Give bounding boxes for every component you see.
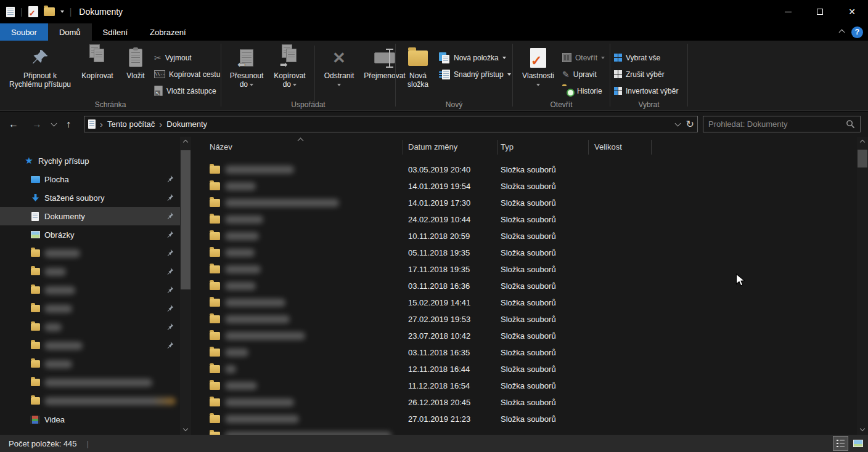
paste-button[interactable]: Vložit bbox=[121, 44, 150, 80]
help-icon[interactable]: ? bbox=[851, 26, 863, 38]
folder-icon bbox=[210, 166, 220, 174]
file-row[interactable]: 11.12.2018 16:54Složka souborů bbox=[191, 377, 857, 394]
close-button[interactable]: ✕ bbox=[836, 0, 868, 23]
sidebar-scrollbar-thumb[interactable] bbox=[181, 150, 190, 289]
breadcrumb-current[interactable]: Dokumenty bbox=[166, 119, 207, 129]
properties-quick-icon[interactable] bbox=[28, 6, 38, 17]
pushpin-icon bbox=[31, 44, 49, 71]
sidebar-item-pictures[interactable]: Obrázky bbox=[0, 225, 191, 244]
sidebar-item-quick-access[interactable]: ★ Rychlý přístup bbox=[0, 151, 191, 170]
sidebar-item-desktop[interactable]: Plocha bbox=[0, 170, 191, 188]
scroll-down-icon[interactable] bbox=[857, 424, 868, 435]
folder-icon bbox=[210, 398, 220, 406]
back-button[interactable]: ← bbox=[9, 119, 18, 130]
copy-to-button[interactable]: ⬅ Kopírovatdo bbox=[269, 44, 310, 89]
move-to-button[interactable]: ⬅ Přesunoutdo bbox=[226, 44, 267, 89]
search-box[interactable] bbox=[703, 116, 861, 132]
file-date-modified: 15.02.2019 14:41 bbox=[408, 298, 470, 307]
edit-button[interactable]: ✎Upravit bbox=[562, 66, 605, 83]
file-row[interactable]: 14.01.2019 19:54Složka souborů bbox=[191, 178, 857, 195]
folder-icon bbox=[210, 382, 220, 390]
cut-button[interactable]: ✂Vyjmout bbox=[154, 49, 220, 66]
file-row[interactable]: 14.01.2019 17:30Složka souborů bbox=[191, 195, 857, 211]
file-list-scrollbar-thumb[interactable] bbox=[858, 150, 867, 167]
folder-icon bbox=[210, 349, 220, 357]
sidebar-item-documents[interactable]: Dokumenty bbox=[0, 207, 191, 225]
collapse-ribbon-icon[interactable] bbox=[839, 29, 845, 35]
sidebar-item-redacted-folder[interactable] bbox=[0, 355, 191, 373]
sidebar-item-redacted-folder[interactable] bbox=[0, 318, 191, 336]
tab-view[interactable]: Zobrazení bbox=[139, 23, 197, 41]
recent-locations-chevron-icon[interactable] bbox=[51, 120, 57, 126]
sidebar-scrollbar[interactable] bbox=[180, 137, 191, 435]
paste-shortcut-button[interactable]: Vložit zástupce bbox=[154, 83, 220, 99]
file-row[interactable]: 12.11.2018 16:44Složka souborů bbox=[191, 361, 857, 377]
file-row[interactable]: 24.02.2019 10:44Složka souborů bbox=[191, 211, 857, 228]
scroll-up-icon[interactable] bbox=[857, 137, 868, 147]
scroll-up-icon[interactable] bbox=[180, 137, 191, 147]
file-row[interactable]: 27.02.2019 19:53Složka souborů bbox=[191, 311, 857, 328]
sidebar-item-redacted-folder[interactable] bbox=[0, 299, 191, 318]
file-row[interactable] bbox=[191, 427, 857, 435]
select-all-button[interactable]: Vybrat vše bbox=[614, 49, 678, 66]
address-dropdown-chevron-icon[interactable] bbox=[674, 120, 681, 126]
invert-selection-button[interactable]: Invertovat výběr bbox=[614, 83, 678, 99]
forward-button[interactable]: → bbox=[32, 119, 42, 130]
file-row[interactable]: 27.01.2019 21:23Složka souborů bbox=[191, 411, 857, 427]
history-button[interactable]: Historie bbox=[562, 83, 605, 99]
file-row[interactable]: 03.11.2018 16:36Složka souborů bbox=[191, 278, 857, 294]
column-header-size[interactable]: Velikost bbox=[594, 142, 622, 151]
location-doc-icon bbox=[88, 119, 96, 129]
pin-icon bbox=[166, 175, 174, 185]
file-row[interactable]: 26.12.2018 20:45Složka souborů bbox=[191, 394, 857, 411]
select-none-button[interactable]: Zrušit výběr bbox=[614, 66, 678, 83]
redacted-file-name bbox=[225, 299, 285, 307]
copy-path-button[interactable]: \\..Kopírovat cestu bbox=[154, 66, 220, 83]
file-list-scrollbar[interactable] bbox=[857, 137, 868, 435]
new-folder-icon bbox=[408, 44, 428, 71]
sidebar-item-redacted-folder[interactable] bbox=[0, 262, 191, 281]
file-row[interactable]: 05.11.2018 19:35Složka souborů bbox=[191, 244, 857, 261]
file-row[interactable]: 03.11.2018 16:35Složka souborů bbox=[191, 344, 857, 361]
details-view-button[interactable] bbox=[833, 436, 848, 451]
sidebar-item-redacted-folder[interactable] bbox=[0, 392, 191, 410]
sidebar-item-redacted-folder[interactable] bbox=[0, 373, 191, 392]
delete-button[interactable]: ✕ Odstranit bbox=[319, 44, 359, 89]
new-folder-button[interactable]: Novásložka bbox=[402, 44, 434, 89]
tab-file[interactable]: Soubor bbox=[0, 23, 48, 41]
breadcrumb-root[interactable]: Tento počítač bbox=[107, 119, 155, 129]
up-button[interactable]: ↑ bbox=[66, 119, 71, 130]
column-header-name[interactable]: Název bbox=[210, 142, 232, 151]
maximize-button[interactable] bbox=[804, 0, 836, 23]
properties-button[interactable]: Vlastnosti bbox=[519, 44, 557, 89]
customize-toolbar-chevron-icon[interactable] bbox=[60, 10, 64, 13]
file-row[interactable]: 23.07.2018 10:42Složka souborů bbox=[191, 328, 857, 344]
open-button[interactable]: Otevřít bbox=[562, 49, 605, 66]
refresh-icon[interactable]: ↻ bbox=[686, 118, 694, 130]
tab-share[interactable]: Sdílení bbox=[92, 23, 139, 41]
address-bar[interactable]: › Tento počítač › Dokumenty ↻ bbox=[84, 116, 698, 132]
sidebar-item-redacted-folder[interactable] bbox=[0, 281, 191, 299]
sidebar-item-redacted-folder[interactable] bbox=[0, 336, 191, 355]
file-row[interactable]: 10.11.2018 20:59Složka souborů bbox=[191, 228, 857, 244]
thumbnail-view-button[interactable] bbox=[850, 436, 866, 451]
sidebar-item-downloads[interactable]: Stažené soubory bbox=[0, 188, 191, 207]
folder-quick-icon[interactable] bbox=[44, 7, 55, 16]
copy-button[interactable]: Kopírovat bbox=[78, 44, 117, 80]
scroll-down-icon[interactable] bbox=[180, 424, 191, 435]
file-row[interactable]: 17.11.2018 19:35Složka souborů bbox=[191, 261, 857, 278]
pin-to-quick-access-button[interactable]: Připnout k Rychlému přístupu bbox=[6, 44, 74, 89]
tab-home[interactable]: Domů bbox=[48, 23, 92, 41]
sidebar-item-videos[interactable]: Videa bbox=[0, 410, 191, 429]
easy-access-button[interactable]: Snadný přístup bbox=[439, 66, 511, 83]
new-item-button[interactable]: Nová položka bbox=[439, 49, 511, 66]
search-icon[interactable] bbox=[846, 119, 855, 129]
column-header-type[interactable]: Typ bbox=[501, 142, 514, 151]
redacted-file-name bbox=[225, 182, 256, 190]
minimize-button[interactable] bbox=[772, 0, 804, 23]
search-input[interactable] bbox=[703, 119, 846, 129]
sidebar-item-redacted-folder[interactable] bbox=[0, 244, 191, 262]
file-row[interactable]: 03.05.2019 20:40Složka souborů bbox=[191, 161, 857, 178]
file-row[interactable]: 15.02.2019 14:41Složka souborů bbox=[191, 294, 857, 311]
column-header-date[interactable]: Datum změny bbox=[408, 142, 457, 151]
